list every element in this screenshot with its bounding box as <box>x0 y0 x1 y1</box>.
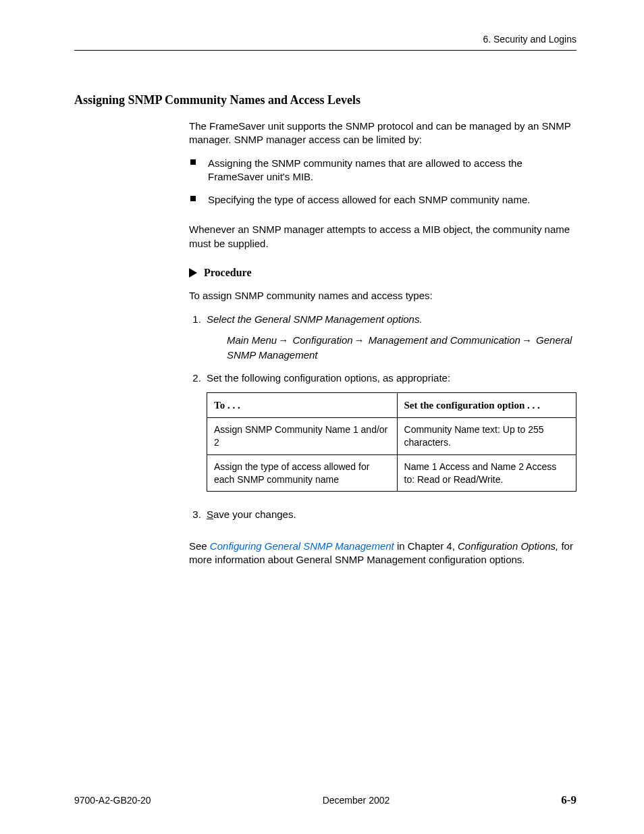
bullet-list: Assigning the SNMP community names that … <box>189 157 576 207</box>
menu-path: Main Menu→ Configuration→ Management and… <box>227 333 576 363</box>
table-cell: Name 1 Access and Name 2 Access to: Read… <box>397 454 576 492</box>
note-paragraph: Whenever an SNMP manager attempts to acc… <box>189 223 576 251</box>
list-item: Specifying the type of access allowed fo… <box>189 193 576 207</box>
ref-chapter-title: Configuration Options, <box>458 540 558 552</box>
doc-number: 9700-A2-GB20-20 <box>74 795 151 806</box>
table-header-left: To . . . <box>207 392 398 417</box>
menu-seg: Configuration <box>292 334 352 346</box>
step-1-text: Select the General SNMP Management optio… <box>207 313 423 325</box>
step-2: Set the following configuration options,… <box>204 371 576 492</box>
menu-seg: Main Menu <box>227 334 277 346</box>
intro-paragraph: The FrameSaver unit supports the SNMP pr… <box>189 120 576 147</box>
ref-pre: See <box>189 540 210 552</box>
step-2-text: Set the following configuration options,… <box>207 372 450 384</box>
triangle-icon <box>189 268 197 278</box>
step-3-underline: S <box>207 509 213 520</box>
arrow-icon: → <box>277 334 290 346</box>
body-block: The FrameSaver unit supports the SNMP pr… <box>189 120 576 567</box>
steps-list: Select the General SNMP Management optio… <box>189 313 576 522</box>
arrow-icon: → <box>520 334 533 346</box>
table-cell: Assign the type of access allowed for ea… <box>207 454 398 492</box>
footer-date: December 2002 <box>323 795 390 806</box>
header-rule <box>74 50 576 51</box>
step-3: Save your changes. <box>204 508 576 521</box>
table-header-row: To . . . Set the configuration option . … <box>207 392 576 417</box>
procedure-intro: To assign SNMP community names and acces… <box>189 289 576 303</box>
table-header-right: Set the configuration option . . . <box>397 392 576 417</box>
table-cell: Community Name text: Up to 255 character… <box>397 417 576 454</box>
menu-seg: Management and Communication <box>369 334 520 346</box>
procedure-heading: Procedure <box>189 265 576 280</box>
config-table: To . . . Set the configuration option . … <box>207 392 576 492</box>
chapter-label: 6. Security and Logins <box>483 34 576 45</box>
page-number: 6-9 <box>561 793 576 807</box>
table-row: Assign the type of access allowed for ea… <box>207 454 576 492</box>
see-reference: See Configuring General SNMP Management … <box>189 540 576 567</box>
table-cell: Assign SNMP Community Name 1 and/or 2 <box>207 417 398 454</box>
page-header: 6. Security and Logins <box>74 34 576 53</box>
procedure-label: Procedure <box>204 265 252 280</box>
ref-mid: in Chapter 4, <box>394 540 458 552</box>
step-1: Select the General SNMP Management optio… <box>204 313 576 363</box>
arrow-icon: → <box>353 334 366 346</box>
section-title: Assigning SNMP Community Names and Acces… <box>74 93 576 107</box>
step-3-rest: ave your changes. <box>213 509 296 520</box>
page-footer: 9700-A2-GB20-20 December 2002 6-9 <box>74 793 576 807</box>
table-row: Assign SNMP Community Name 1 and/or 2 Co… <box>207 417 576 454</box>
see-link[interactable]: Configuring General SNMP Management <box>210 540 394 552</box>
page: 6. Security and Logins Assigning SNMP Co… <box>0 0 644 834</box>
list-item: Assigning the SNMP community names that … <box>189 157 576 184</box>
